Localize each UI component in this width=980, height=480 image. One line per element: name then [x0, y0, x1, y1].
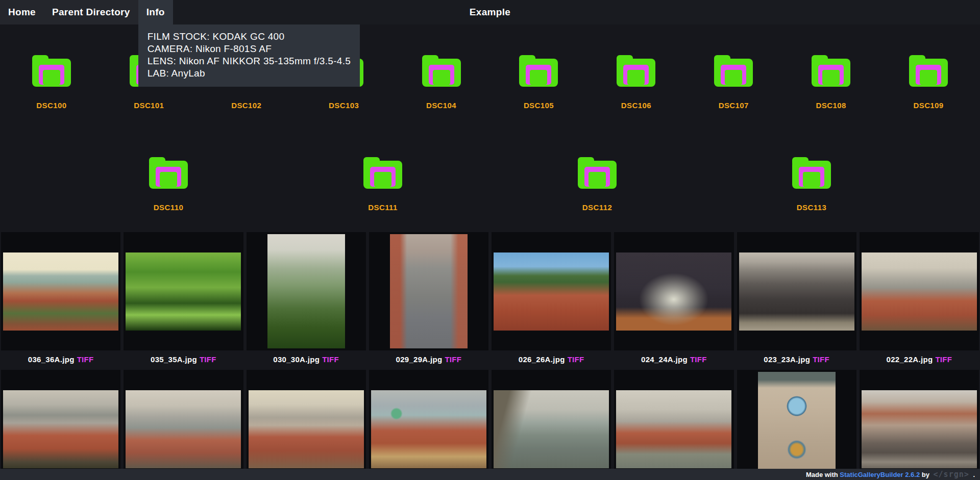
nav-item-home[interactable]: Home	[0, 0, 44, 24]
thumbnail-item[interactable]	[247, 370, 366, 480]
folder-item-dsc104[interactable]: DSC104	[396, 54, 487, 128]
folder-name-label: DSC110	[122, 203, 214, 212]
folder-item-dsc109[interactable]: DSC109	[883, 54, 974, 128]
photo-thumbnail-image	[390, 234, 468, 348]
thumbnail-item-026_26A[interactable]: 026_26A.jpgTIFF	[492, 232, 611, 370]
folder-name-label: DSC102	[201, 101, 292, 110]
folder-name-label: DSC103	[298, 101, 390, 110]
folder-name-label: DSC112	[551, 203, 643, 212]
thumbnail-format-badge: TIFF	[77, 355, 94, 364]
info-panel-line: FILM STOCK: KODAK GC 400	[148, 31, 351, 43]
folder-item-dsc111[interactable]: DSC111	[337, 156, 429, 230]
thumbnail-format-badge: TIFF	[813, 355, 829, 364]
folder-name-label: DSC100	[6, 101, 97, 110]
nav-item-label: Home	[8, 7, 36, 17]
thumbnail-item[interactable]	[492, 370, 611, 480]
thumbnail-filename: 024_24A.jpg	[641, 355, 688, 364]
photo-thumbnail-image	[494, 390, 609, 468]
thumbnail-item-035_35A[interactable]: 035_35A.jpgTIFF	[124, 232, 243, 370]
folder-item-dsc105[interactable]: DSC105	[493, 54, 584, 128]
thumbnail-item[interactable]	[124, 370, 243, 480]
footer-bar: Made with StaticGalleryBuilder 2.6.2 by …	[0, 469, 980, 480]
nav-menu: Home Parent Directory Info FILM STOCK: K…	[0, 0, 173, 24]
folder-icon	[147, 156, 190, 190]
thumbnail-grid: 036_36A.jpgTIFF 035_35A.jpgTIFF 030_30A.…	[0, 232, 980, 480]
thumbnail-item[interactable]	[1, 370, 120, 480]
thumbnail-item[interactable]	[614, 370, 733, 480]
nav-item-info[interactable]: Info FILM STOCK: KODAK GC 400CAMERA: Nik…	[138, 0, 173, 24]
thumbnail-filename: 035_35A.jpg	[151, 355, 197, 364]
photo-thumbnail-image	[126, 390, 241, 468]
folder-icon	[907, 54, 950, 88]
folder-item-dsc113[interactable]: DSC113	[766, 156, 857, 230]
folder-icon	[420, 54, 463, 88]
info-panel-line: LAB: AnyLab	[148, 67, 351, 80]
thumbnail-item-023_23A[interactable]: 023_23A.jpgTIFF	[737, 232, 856, 370]
thumbnail-frame	[124, 232, 243, 350]
thumbnail-item-029_29A[interactable]: 029_29A.jpgTIFF	[369, 232, 488, 370]
folder-icon	[517, 54, 560, 88]
thumbnail-frame	[492, 370, 611, 480]
thumbnail-frame	[860, 370, 979, 480]
photo-thumbnail-image	[3, 390, 118, 468]
srgn-logo[interactable]: </srgn>	[934, 470, 969, 479]
folder-name-label: DSC111	[337, 203, 429, 212]
thumbnail-frame	[247, 232, 366, 350]
photo-thumbnail-image	[494, 252, 609, 331]
top-navbar: Home Parent Directory Info FILM STOCK: K…	[0, 0, 980, 24]
photo-thumbnail-image	[126, 252, 241, 331]
photo-thumbnail-image	[249, 390, 364, 468]
folder-icon	[615, 54, 657, 88]
footer-period-text: .	[971, 471, 975, 478]
folder-icon	[810, 54, 852, 88]
thumbnail-format-badge: TIFF	[935, 355, 952, 364]
folder-icon	[361, 156, 404, 190]
folder-item-dsc100[interactable]: DSC100	[6, 54, 97, 128]
thumbnail-item-024_24A[interactable]: 024_24A.jpgTIFF	[614, 232, 733, 370]
thumbnail-item-022_22A[interactable]: 022_22A.jpgTIFF	[860, 232, 979, 370]
photo-thumbnail-image	[862, 390, 977, 468]
folder-name-label: DSC109	[883, 101, 974, 110]
folder-name-label: DSC108	[785, 101, 877, 110]
thumbnail-caption: 036_36A.jpgTIFF	[1, 350, 120, 370]
photo-thumbnail-image	[616, 252, 731, 331]
thumbnail-item[interactable]	[737, 370, 856, 480]
folder-item-dsc110[interactable]: DSC110	[122, 156, 214, 230]
info-panel-line: LENS: Nikon AF NIKKOR 35-135mm f/3.5-4.5	[148, 55, 351, 67]
thumbnail-format-badge: TIFF	[200, 355, 216, 364]
folder-item-dsc112[interactable]: DSC112	[551, 156, 643, 230]
thumbnail-filename: 036_36A.jpg	[28, 355, 75, 364]
footer-by-text: by	[920, 471, 931, 478]
folder-icon	[576, 156, 619, 190]
thumbnail-filename: 030_30A.jpg	[273, 355, 320, 364]
thumbnail-filename: 022_22A.jpg	[887, 355, 933, 364]
thumbnail-filename: 026_26A.jpg	[519, 355, 565, 364]
thumbnail-format-badge: TIFF	[322, 355, 339, 364]
folder-item-dsc108[interactable]: DSC108	[785, 54, 877, 128]
thumbnail-format-badge: TIFF	[445, 355, 461, 364]
thumbnail-frame	[124, 370, 243, 480]
thumbnail-item-036_36A[interactable]: 036_36A.jpgTIFF	[1, 232, 120, 370]
thumbnail-caption: 024_24A.jpgTIFF	[614, 350, 733, 370]
thumbnail-caption: 029_29A.jpgTIFF	[369, 350, 488, 370]
nav-item-parent-directory[interactable]: Parent Directory	[44, 0, 138, 24]
thumbnail-item-030_30A[interactable]: 030_30A.jpgTIFF	[247, 232, 366, 370]
folder-item-dsc106[interactable]: DSC106	[590, 54, 682, 128]
thumbnail-caption: 026_26A.jpgTIFF	[492, 350, 611, 370]
thumbnail-frame	[737, 232, 856, 350]
builder-credit-link[interactable]: StaticGalleryBuilder 2.6.2	[840, 471, 920, 478]
thumbnail-item[interactable]	[860, 370, 979, 480]
thumbnail-caption: 022_22A.jpgTIFF	[860, 350, 979, 370]
folder-item-dsc107[interactable]: DSC107	[688, 54, 779, 128]
folder-icon	[790, 156, 833, 190]
thumbnail-frame	[737, 370, 856, 480]
folder-name-label: DSC106	[590, 101, 682, 110]
thumbnail-filename: 029_29A.jpg	[396, 355, 443, 364]
thumbnail-frame	[614, 370, 733, 480]
thumbnail-item[interactable]	[369, 370, 488, 480]
thumbnail-frame	[1, 232, 120, 350]
photo-thumbnail-image	[3, 252, 118, 331]
page-title: Example	[470, 0, 510, 24]
photo-thumbnail-image	[616, 390, 731, 468]
nav-item-label: Info	[146, 7, 165, 17]
